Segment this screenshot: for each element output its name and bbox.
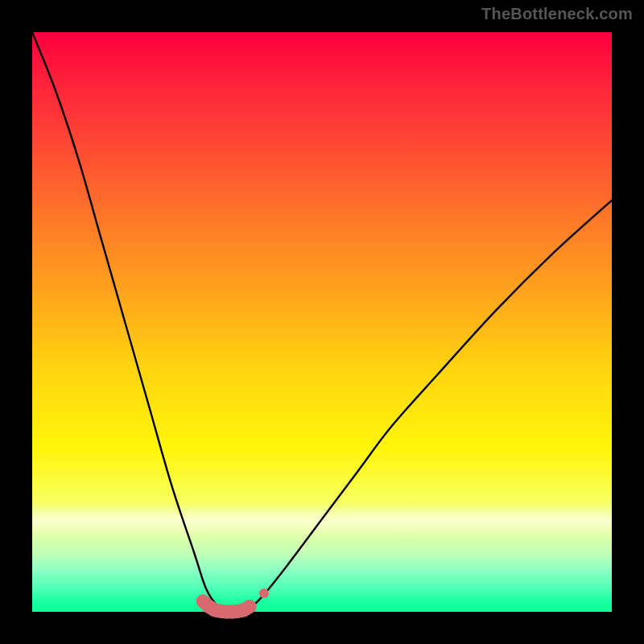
watermark-label: TheBottleneck.com xyxy=(481,5,633,23)
chart-container: TheBottleneck.com xyxy=(0,0,644,644)
plot-gradient-background xyxy=(32,32,612,612)
